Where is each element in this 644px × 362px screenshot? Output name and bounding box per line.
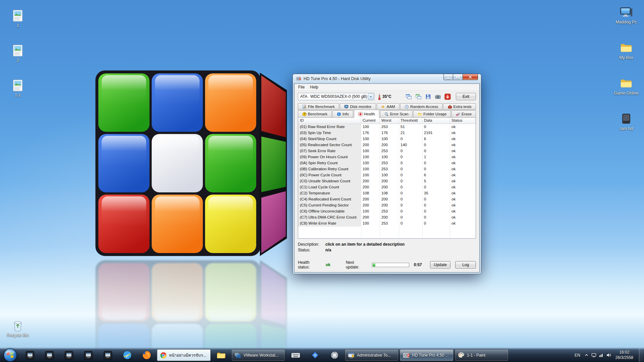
cell-data: 6 (422, 172, 450, 178)
table-row[interactable]: (09) Power On Hours Count10010001ok (298, 154, 476, 160)
taskbar-pinned-app-1[interactable] (20, 349, 39, 361)
table-row[interactable]: (C7) Ultra DMA CRC Error Count20020000ok (298, 215, 476, 221)
desktop-icon-game-online[interactable]: Game Online (610, 76, 642, 97)
column-status[interactable]: Status (450, 118, 476, 124)
log-button[interactable]: Log (455, 261, 476, 268)
taskbar-pinned-app-2[interactable] (40, 349, 59, 361)
tab-folder-usage[interactable]: Folder Usage (413, 110, 451, 118)
table-row[interactable]: (03) Spin Up Time176176212191ok (298, 130, 476, 136)
chevron-down-icon[interactable]: ▼ (368, 94, 374, 100)
cell-worst: 200 (380, 215, 399, 221)
exit-button[interactable]: Exit (456, 93, 476, 100)
tab-health[interactable]: Health (354, 110, 379, 118)
tab-extra-tests[interactable]: Extra tests (443, 103, 476, 110)
table-row[interactable]: (C1) Load Cycle Count20020000ok (298, 184, 476, 190)
taskbar-windows-explorer[interactable] (212, 349, 230, 361)
taskbar-pinned-app-3[interactable] (59, 349, 78, 361)
table-row[interactable]: (0C) Power Cycle Count10010006ok (298, 172, 476, 178)
maximize-button[interactable] (453, 74, 463, 80)
toolbar-copy-screens2-button[interactable] (414, 93, 423, 100)
table-row[interactable]: (C2) Temperature108108035ok (298, 190, 476, 196)
table-row[interactable]: (04) Start/Stop Count10010006ok (298, 136, 476, 142)
toolbar-copy-screens-button[interactable] (404, 93, 413, 100)
tray-display-icon[interactable] (591, 353, 596, 358)
tray-network-icon[interactable] (599, 353, 604, 358)
tab-error-scan[interactable]: Error Scan (380, 110, 413, 118)
tab-label: Random Access (410, 105, 438, 109)
language-indicator[interactable]: EN (573, 353, 582, 358)
cell-status: ok (450, 124, 476, 130)
taskbar-administrative-tools-window[interactable]: Administrative To... (345, 349, 398, 361)
maximize-icon (456, 76, 460, 78)
tray-volume-icon[interactable] (606, 353, 611, 358)
taskbar-internet-explorer[interactable]: e (118, 349, 137, 361)
column-current[interactable]: Current (361, 118, 380, 124)
column-data[interactable]: Data (422, 118, 450, 124)
table-row[interactable]: (0A) Spin Retry Count10025300ok (298, 160, 476, 166)
toolbar-camera-button[interactable] (433, 93, 442, 100)
drive-select[interactable]: ATA WDC WD5003AZEX-0 (500 gB) ▼ (298, 93, 374, 100)
desktop-icon-2[interactable]: 2 (2, 43, 34, 64)
table-row[interactable]: (01) Raw Read Error Rate100253510ok (298, 124, 476, 130)
table-row[interactable]: (C6) Offline Uncorrectable10025300ok (298, 208, 476, 215)
table-row[interactable]: (C4) Reallocated Event Count20020000ok (298, 196, 476, 202)
start-button[interactable] (0, 348, 20, 362)
taskbar-app-gear[interactable] (325, 349, 344, 361)
taskbar-hdtune-window-button[interactable]: HD Tune Pro 4.50 ... (400, 349, 453, 361)
system-tray: EN 16:02 26/3/2558 (570, 348, 644, 362)
column-worst[interactable]: Worst (380, 118, 399, 124)
toolbar-red-down-button[interactable] (443, 93, 452, 100)
taskbar-chrome-window[interactable]: หน้าอย่างมีควรขับร... (157, 349, 211, 361)
table-row[interactable]: (C5) Current Pending Sector20020000ok (298, 202, 476, 208)
cell-current: 100 (361, 124, 380, 130)
desktop-icon-maddog-pc[interactable]: Maddog Pc (610, 5, 642, 26)
tab-erase[interactable]: Erase (451, 110, 476, 118)
column-threshold[interactable]: Threshold (399, 118, 422, 124)
taskbar-pinned-app-4[interactable] (79, 349, 98, 361)
update-button[interactable]: Update (430, 261, 451, 268)
taskbar-button-label: 1-1 - Paint (467, 353, 485, 358)
taskbar-paint-window[interactable]: 1-1 - Paint (455, 349, 508, 361)
desktop-icon-1[interactable]: 1 (2, 8, 34, 29)
table-row[interactable]: (05) Reallocated Sector Count2002001400o… (298, 142, 476, 148)
table-row[interactable]: (07) Seek Error Rate10025300ok (298, 148, 476, 154)
cell-worst: 200 (380, 142, 399, 148)
chevron-up-icon[interactable] (584, 353, 589, 358)
toolbar-save-button[interactable] (424, 93, 432, 100)
table-row[interactable]: (C0) Unsafe Shutdown Count20020005ok (298, 178, 476, 184)
taskbar-vmware-window[interactable]: VMware Workstat... (231, 349, 285, 361)
copy-screens-icon (406, 94, 412, 100)
cell-data: 0 (422, 221, 450, 227)
taskbar-items: eหน้าอย่างมีควรขับร...VMware Workstat...… (20, 348, 509, 362)
cell-status: ok (450, 154, 476, 160)
desktop-icon-label: Recycle Bin (7, 333, 29, 338)
desktop-icon-my-box[interactable]: My Box (610, 40, 642, 61)
table-row[interactable]: (0B) Calibration Retry Count10025300ok (298, 166, 476, 172)
tab-file-benchmark[interactable]: File Benchmark (298, 103, 339, 110)
taskbar-pinned-app-5[interactable] (98, 349, 117, 361)
tab-info[interactable]: Info (332, 110, 353, 118)
column-id[interactable]: ID (298, 118, 361, 124)
desktop-icon-recycle-bin[interactable]: Recycle Bin (2, 318, 34, 339)
tab-benchmark[interactable]: Benchmark (298, 110, 332, 118)
explorer-icon (216, 350, 226, 360)
clock[interactable]: 16:02 26/3/2558 (615, 350, 633, 360)
taskbar-app-keyboard[interactable] (286, 349, 305, 361)
tab-aam[interactable]: AAM (377, 103, 399, 110)
table-row[interactable]: (C8) Write Error Rate10025300ok (298, 221, 476, 227)
tab-label: Health (364, 112, 375, 116)
taskbar-firefox[interactable] (137, 349, 156, 361)
cell-status: ok (450, 184, 476, 190)
desktop-icon-ram-hd[interactable]: ram hd (610, 111, 642, 132)
taskbar-app-diamond[interactable] (306, 349, 324, 361)
desktop-icon-1-1[interactable]: 1-1 (2, 78, 34, 99)
tab-random-access[interactable]: Random Access (400, 103, 442, 110)
cell-data: 0 (422, 142, 450, 148)
minimize-button[interactable] (443, 74, 453, 80)
tab-disk-monitor[interactable]: Disk monitor (340, 103, 376, 110)
menu-file[interactable]: File (296, 84, 307, 90)
close-button[interactable] (463, 74, 478, 80)
show-desktop-button[interactable] (639, 348, 643, 362)
menu-help[interactable]: Help (307, 84, 321, 90)
cell-status: ok (450, 221, 476, 227)
